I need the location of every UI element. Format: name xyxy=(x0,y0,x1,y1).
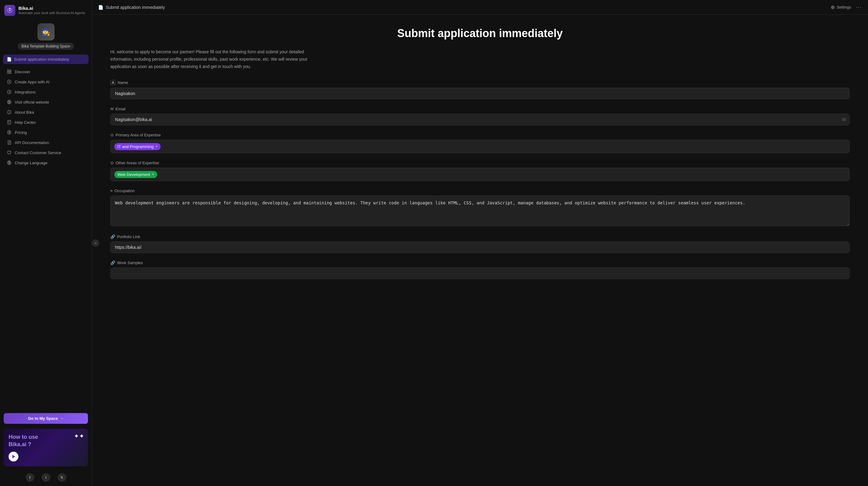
sidebar-item-create-apps[interactable]: Create Apps with AI xyxy=(2,77,90,87)
content-area: Submit application immediately Hi, welco… xyxy=(92,15,868,486)
topbar-page-title: Submit application immediately xyxy=(106,5,165,10)
field-occupation-label: ≡ Occupation xyxy=(110,189,849,193)
field-email-label: ✉ Email xyxy=(110,107,849,111)
sparkle-icon xyxy=(7,79,12,84)
svg-point-13 xyxy=(9,111,9,111)
other-expertise-tags[interactable]: Web Development × xyxy=(110,168,849,181)
settings-button[interactable]: Settings xyxy=(831,5,851,9)
svg-rect-4 xyxy=(9,70,11,71)
more-button[interactable]: ··· xyxy=(856,5,862,10)
form-description: Hi, welcome to apply to become our partn… xyxy=(110,48,319,70)
x-twitter-icon[interactable]: 𝕏 xyxy=(58,473,66,482)
sidebar-item-integrations[interactable]: Integrations xyxy=(2,87,90,97)
chat-icon xyxy=(7,150,12,155)
occupation-icon: ≡ xyxy=(110,189,113,193)
field-other-expertise: ⊙ Other Areas of Expertise Web Developme… xyxy=(110,161,849,181)
email-field-icon: ✉ xyxy=(110,107,114,111)
space-label: Bika Template Building Space xyxy=(18,43,74,50)
sidebar-item-discover[interactable]: Discover xyxy=(2,67,90,76)
email-input[interactable] xyxy=(110,114,849,125)
goto-space-label: Go to My Space xyxy=(28,416,58,421)
language-icon xyxy=(7,160,12,165)
sidebar-item-pricing[interactable]: Pricing xyxy=(2,127,90,137)
sidebar-item-contact[interactable]: Contact Customer Service xyxy=(2,148,90,158)
promo-text: How to use Bika.ai ? xyxy=(8,433,83,448)
svg-point-2 xyxy=(9,8,10,9)
logo-icon xyxy=(4,5,15,16)
file-icon xyxy=(7,140,12,145)
space-section: 🧙 Bika Template Building Space xyxy=(0,21,92,53)
svg-rect-3 xyxy=(7,70,9,71)
play-button[interactable] xyxy=(8,452,19,461)
svg-rect-6 xyxy=(9,72,11,73)
svg-point-1 xyxy=(9,9,11,12)
svg-point-21 xyxy=(832,6,833,8)
grid-icon xyxy=(7,69,12,74)
language-label: Change Language xyxy=(15,161,48,165)
portfolio-input[interactable] xyxy=(110,241,849,253)
tag-it-programming-close[interactable]: × xyxy=(155,144,158,149)
contact-label: Contact Customer Service xyxy=(15,151,61,155)
tag-it-programming-label: IT and Programming xyxy=(117,144,154,149)
field-portfolio: 🔗 Portfolio Link xyxy=(110,234,849,253)
promo-card: ✦✦ How to use Bika.ai ? xyxy=(4,429,88,466)
social-icons: f t 𝕏 xyxy=(0,470,92,486)
primary-expertise-tags[interactable]: IT and Programming × xyxy=(110,140,849,153)
active-nav-icon: 📄 xyxy=(7,57,12,62)
settings-icon xyxy=(831,5,835,9)
topbar-left: 📄 Submit application immediately xyxy=(98,5,165,10)
sidebar: Bika.ai Automate your work with Business… xyxy=(0,0,92,486)
settings-label: Settings xyxy=(837,5,851,9)
sidebar-item-about[interactable]: About Bika xyxy=(2,107,90,117)
tag-web-development-close[interactable]: × xyxy=(152,172,154,176)
email-input-wrap: ✉ xyxy=(110,114,849,125)
topbar: 📄 Submit application immediately Setting… xyxy=(92,0,868,15)
other-expertise-icon: ⊙ xyxy=(110,161,114,165)
field-email: ✉ Email ✉ xyxy=(110,107,849,125)
goto-space-button[interactable]: Go to My Space → xyxy=(4,413,88,424)
field-portfolio-label: 🔗 Portfolio Link xyxy=(110,234,849,239)
field-other-expertise-label: ⊙ Other Areas of Expertise xyxy=(110,161,849,165)
nav-section: Discover Create Apps with AI Integration… xyxy=(0,65,92,411)
sidebar-item-visit-website[interactable]: Visit official website xyxy=(2,97,90,107)
book-icon xyxy=(7,120,12,125)
integrations-label: Integrations xyxy=(15,90,36,94)
tag-web-development-label: Web Development xyxy=(117,172,150,177)
topbar-right: Settings ··· xyxy=(831,5,862,10)
pricing-label: Pricing xyxy=(15,130,27,135)
globe-icon xyxy=(7,100,12,104)
tag-web-development[interactable]: Web Development × xyxy=(114,171,157,178)
sidebar-item-help[interactable]: Help Center xyxy=(2,117,90,127)
main-area: 📄 Submit application immediately Setting… xyxy=(92,0,868,486)
occupation-textarea[interactable]: Web development engineers are responsibl… xyxy=(110,195,849,226)
field-name-label: A Name xyxy=(110,80,849,85)
svg-rect-5 xyxy=(7,72,9,73)
create-apps-label: Create Apps with AI xyxy=(15,80,49,84)
work-samples-input[interactable] xyxy=(110,267,849,279)
discover-label: Discover xyxy=(15,70,30,74)
sidebar-collapse-toggle[interactable]: ≡ xyxy=(92,239,99,247)
space-avatar: 🧙 xyxy=(37,23,55,40)
active-nav-label: Submit application immediately xyxy=(14,57,69,62)
help-label: Help Center xyxy=(15,120,36,125)
primary-expertise-icon: ⊙ xyxy=(110,133,114,137)
active-nav-item[interactable]: 📄 Submit application immediately xyxy=(3,55,89,64)
name-input[interactable] xyxy=(110,88,849,99)
link-icon xyxy=(7,90,12,94)
tag-it-programming[interactable]: IT and Programming × xyxy=(114,143,161,150)
tiktok-icon[interactable]: t xyxy=(42,473,50,482)
sparkles-icon: ✦✦ xyxy=(74,432,84,440)
goto-space-arrow: → xyxy=(60,416,64,421)
dollar-icon xyxy=(7,130,12,135)
app-name: Bika.ai xyxy=(19,5,85,11)
portfolio-link-icon: 🔗 xyxy=(110,234,115,239)
field-primary-expertise-label: ⊙ Primary Area of Expertise xyxy=(110,133,849,137)
api-docs-label: API Documentation xyxy=(15,140,49,145)
sidebar-item-language[interactable]: Change Language xyxy=(2,158,90,168)
about-label: About Bika xyxy=(15,110,34,115)
sidebar-item-api-docs[interactable]: API Documentation xyxy=(2,138,90,148)
facebook-icon[interactable]: f xyxy=(26,473,34,482)
svg-point-9 xyxy=(7,90,11,94)
field-work-samples: 🔗 Work Samples xyxy=(110,260,849,279)
field-name: A Name xyxy=(110,80,849,99)
